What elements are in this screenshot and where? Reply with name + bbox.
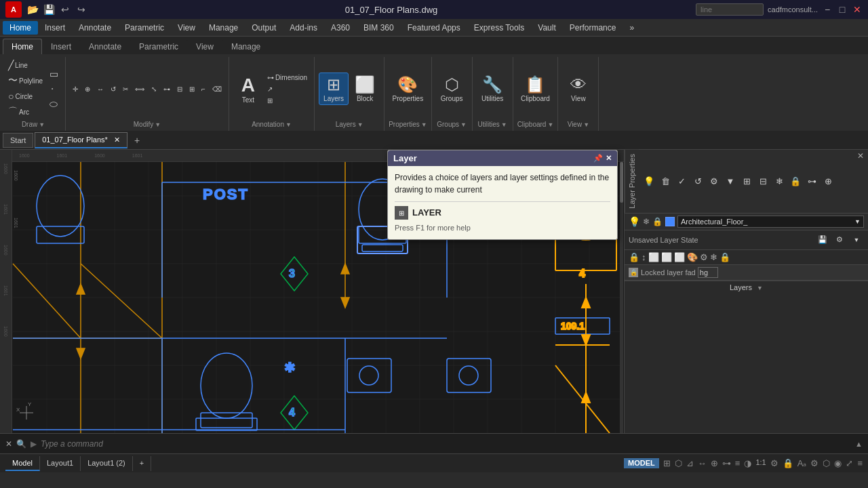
- trim-btn[interactable]: ✂: [120, 84, 131, 94]
- extend-btn[interactable]: ⊶: [161, 84, 173, 94]
- snap-icon[interactable]: ⬡: [675, 458, 682, 468]
- undo-btn[interactable]: ↩: [60, 4, 71, 15]
- menu-overflow[interactable]: »: [623, 21, 641, 35]
- layer-isolate-btn[interactable]: ⊞: [739, 174, 754, 188]
- utilities-chevron[interactable]: ▼: [501, 121, 507, 128]
- menu-vault[interactable]: Vault: [531, 21, 562, 35]
- osnap-icon[interactable]: ⊕: [711, 458, 718, 468]
- tab-view[interactable]: View: [187, 39, 222, 54]
- scale-btn[interactable]: ⤡: [149, 84, 159, 94]
- filter-box2[interactable]: ⬜: [661, 252, 672, 262]
- fullscreen-icon[interactable]: ⤢: [846, 458, 853, 468]
- model-label[interactable]: MODEL: [624, 458, 659, 468]
- tab-layout1[interactable]: Layout1: [40, 456, 81, 471]
- filter-more[interactable]: ⚙: [700, 252, 708, 262]
- tooltip-pin[interactable]: 📌: [593, 154, 603, 163]
- minimize-btn[interactable]: −: [822, 4, 833, 15]
- menu-bim360[interactable]: BIM 360: [357, 21, 401, 35]
- move-btn[interactable]: ✛: [70, 84, 81, 94]
- isolate-icon[interactable]: ◉: [834, 458, 842, 468]
- layer-refresh-btn[interactable]: ↺: [690, 174, 705, 188]
- new-layout-btn[interactable]: +: [133, 456, 151, 471]
- layer-new-btn[interactable]: 💡: [642, 174, 656, 188]
- command-search[interactable]: [696, 3, 764, 16]
- utilities-btn[interactable]: 🔧 Utilities: [477, 73, 507, 104]
- offset-btn[interactable]: ⊟: [174, 84, 185, 94]
- layer-lock-icon2[interactable]: 🔒: [652, 217, 663, 226]
- tab-current-file[interactable]: 01_07_Floor Plans* ✕: [35, 132, 127, 148]
- workspace-icon[interactable]: ⚙: [810, 458, 818, 468]
- layer-lock-btn[interactable]: 🔒: [788, 174, 803, 188]
- tab-start[interactable]: Start: [3, 133, 33, 148]
- filter-freeze2[interactable]: ❄: [710, 252, 717, 262]
- layer-color-swatch[interactable]: [665, 217, 675, 226]
- filter-lock2[interactable]: 🔒: [719, 252, 730, 262]
- open-btn[interactable]: 📂: [27, 4, 38, 15]
- filter-lock[interactable]: 🔒: [629, 252, 639, 262]
- menu-insert[interactable]: Insert: [38, 21, 72, 35]
- view-btn[interactable]: 👁 View: [564, 73, 593, 104]
- layer-filter-btn[interactable]: ▼: [723, 174, 738, 188]
- layer-walk-btn[interactable]: ⊶: [804, 174, 819, 188]
- layer-unisolate-btn[interactable]: ⊟: [755, 174, 770, 188]
- menu-addins[interactable]: Add-ins: [283, 21, 324, 35]
- layer-freeze-btn[interactable]: ❄: [772, 174, 787, 188]
- maximize-btn[interactable]: □: [837, 4, 848, 15]
- menu-a360[interactable]: A360: [324, 21, 357, 35]
- layer-state-manage[interactable]: ⚙: [832, 232, 847, 247]
- layers-bottom-chevron[interactable]: ▼: [757, 285, 763, 291]
- menu-output[interactable]: Output: [245, 21, 283, 35]
- customui-icon[interactable]: ≡: [857, 458, 863, 468]
- properties-btn[interactable]: 🎨 Properties: [389, 73, 427, 104]
- polyline-btn[interactable]: 〜 Polyline: [5, 73, 45, 88]
- locked-layer-input[interactable]: [698, 267, 718, 278]
- clipboard-chevron[interactable]: ▼: [547, 121, 553, 128]
- menu-performance[interactable]: Performance: [563, 21, 623, 35]
- rotate-btn[interactable]: ↺: [108, 84, 119, 94]
- tab-layout1-2[interactable]: Layout1 (2): [81, 456, 133, 471]
- arc-btn[interactable]: ⌒ Arc: [5, 104, 45, 119]
- layer-merge-btn[interactable]: ⊕: [821, 174, 835, 188]
- new-tab-btn[interactable]: +: [129, 132, 145, 148]
- tab-manage[interactable]: Manage: [222, 39, 269, 54]
- transparency-icon[interactable]: ◑: [744, 458, 751, 468]
- table-btn[interactable]: ⊞: [264, 96, 310, 106]
- tab-home[interactable]: Home: [3, 39, 42, 54]
- properties-chevron[interactable]: ▼: [421, 121, 427, 128]
- tab-insert[interactable]: Insert: [42, 39, 80, 54]
- line-btn[interactable]: ╱ Line: [5, 58, 45, 72]
- view-chevron[interactable]: ▼: [583, 121, 589, 128]
- cmd-clear-btn[interactable]: ✕: [5, 439, 12, 449]
- annotation-chevron[interactable]: ▼: [285, 121, 292, 128]
- ellipse-btn[interactable]: ⬭: [47, 97, 61, 111]
- close-btn[interactable]: ✕: [852, 4, 863, 15]
- layer-light-icon[interactable]: 💡: [629, 216, 640, 227]
- copy-btn[interactable]: ⊕: [82, 84, 93, 94]
- tab-parametric[interactable]: Parametric: [130, 39, 187, 54]
- layer-freeze-icon2[interactable]: ❄: [643, 217, 650, 226]
- filter-box3[interactable]: ⬜: [674, 252, 685, 262]
- hatch-btn[interactable]: ⬞: [47, 82, 61, 96]
- hardware-icon[interactable]: ⬡: [823, 458, 830, 468]
- text-btn[interactable]: A Text: [233, 72, 263, 106]
- block-btn[interactable]: ⬜ Block: [350, 73, 380, 104]
- polar-icon[interactable]: ↔: [698, 458, 707, 468]
- array-btn[interactable]: ⊞: [186, 84, 197, 94]
- menu-annotate[interactable]: Annotate: [72, 21, 118, 35]
- modify-chevron[interactable]: ▼: [155, 121, 161, 128]
- ortho-icon[interactable]: ⊿: [686, 458, 694, 468]
- layer-settings-btn[interactable]: ⚙: [707, 174, 722, 188]
- menu-express-tools[interactable]: Express Tools: [467, 21, 531, 35]
- cmd-search-btn[interactable]: 🔍: [16, 439, 26, 449]
- tab-close[interactable]: ✕: [114, 136, 120, 144]
- layers-btn[interactable]: ⊞ Layers: [319, 73, 349, 105]
- menu-manage[interactable]: Manage: [202, 21, 245, 35]
- filter-color[interactable]: 🎨: [687, 252, 698, 262]
- save-btn[interactable]: 💾: [43, 4, 54, 15]
- layer-delete-btn[interactable]: 🗑: [658, 174, 673, 188]
- layers-panel-close[interactable]: ✕: [857, 150, 868, 213]
- menu-featured-apps[interactable]: Featured Apps: [401, 21, 467, 35]
- layer-properties-label[interactable]: Layer Properties: [625, 150, 639, 213]
- filter-sort[interactable]: ↕: [642, 252, 646, 262]
- mirror-btn[interactable]: ⟺: [132, 84, 147, 94]
